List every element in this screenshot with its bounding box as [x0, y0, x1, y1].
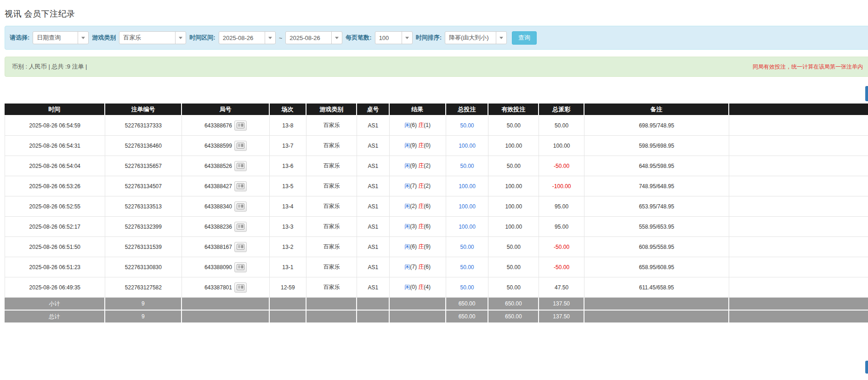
valid-bet-note-text: 同局有效投注，统一计算在该局第一张注单内 — [753, 63, 863, 71]
table-row: 2025-08-26 06:53:26522763134507643388427… — [5, 176, 868, 196]
page-size-label: 每页笔数: — [346, 34, 371, 42]
cards-preview-icon[interactable] — [234, 222, 247, 232]
player-result-label: 闲 — [404, 142, 410, 149]
player-score: (2) — [410, 203, 418, 209]
query-button[interactable]: 查询 — [512, 31, 537, 45]
cards-preview-icon[interactable] — [234, 121, 247, 131]
cell-bet-number: 522763133513 — [105, 196, 182, 217]
cell-time: 2025-08-26 06:54:59 — [5, 115, 105, 136]
cell-game-type: 百家乐 — [306, 257, 357, 277]
bet-amount-link[interactable]: 100.00 — [459, 183, 476, 190]
date-range-separator: ~ — [279, 35, 283, 41]
cell-filler — [729, 176, 868, 196]
date-from-select[interactable]: 2025-08-26 — [219, 31, 276, 44]
banker-result-label: 庄 — [418, 183, 424, 189]
game-number-text: 643388236 — [204, 224, 232, 230]
table-head: 时间注单编号局号场次游戏类别桌号结果总投注有效投注总派彩备注 — [5, 104, 868, 115]
pagination-button-bottom[interactable] — [865, 361, 868, 374]
cell-filler — [729, 277, 868, 298]
game-number-text: 643388599 — [204, 143, 232, 149]
cell-result: 闲(2) 庄(6) — [390, 196, 446, 217]
column-header: 有效投注 — [488, 104, 539, 115]
column-header: 场次 — [270, 104, 306, 115]
banker-result-label: 庄 — [418, 223, 424, 230]
cards-preview-icon[interactable] — [234, 202, 247, 212]
bet-amount-link[interactable]: 100.00 — [459, 143, 476, 149]
cell-filler — [729, 115, 868, 136]
cell-payout: 95.00 — [539, 217, 584, 237]
column-header: 备注 — [584, 104, 729, 115]
cell-game-type: 百家乐 — [306, 196, 357, 217]
subtotal-row-cell-3 — [270, 298, 306, 311]
cards-preview-icon[interactable] — [234, 181, 247, 191]
cell-time: 2025-08-26 06:49:35 — [5, 277, 105, 298]
banker-score: (4) — [424, 284, 431, 290]
sort-order-select[interactable]: 降幂(由大到小) — [445, 31, 507, 44]
cell-result: 闲(6) 庄(1) — [390, 115, 446, 136]
cell-round: 13-1 — [270, 257, 306, 277]
chevron-down-icon — [175, 32, 186, 44]
table-row: 2025-08-26 06:54:31522763136460643388599… — [5, 136, 868, 156]
game-type-select[interactable]: 百家乐 — [119, 31, 186, 44]
cell-result: 闲(0) 庄(4) — [390, 277, 446, 298]
pagination-button-top[interactable] — [865, 86, 868, 101]
banker-score: (6) — [424, 203, 431, 209]
cards-preview-icon[interactable] — [234, 242, 247, 252]
player-score: (7) — [410, 183, 418, 189]
cell-valid-bet: 50.00 — [488, 257, 539, 277]
player-score: (6) — [410, 243, 418, 250]
banker-score: (2) — [424, 162, 431, 169]
cell-valid-bet: 100.00 — [488, 196, 539, 217]
cell-bet-number: 522763137333 — [105, 115, 182, 136]
banker-score: (6) — [424, 223, 431, 230]
game-type-value: 百家乐 — [119, 34, 175, 42]
banker-score: (9) — [424, 243, 431, 250]
bet-amount-link[interactable]: 50.00 — [460, 163, 474, 169]
bet-amount-link[interactable]: 100.00 — [459, 224, 476, 230]
cell-game-type: 百家乐 — [306, 136, 357, 156]
banker-result-label: 庄 — [418, 203, 424, 209]
cell-bet-number: 522763131539 — [105, 237, 182, 257]
cell-game-type: 百家乐 — [306, 176, 357, 196]
player-score: (9) — [410, 162, 418, 169]
cell-game-type: 百家乐 — [306, 277, 357, 298]
cell-payout: 47.50 — [539, 277, 584, 298]
player-score: (6) — [410, 122, 418, 128]
cell-result: 闲(7) 庄(2) — [390, 176, 446, 196]
cell-payout: -50.00 — [539, 257, 584, 277]
bet-amount-link[interactable]: 50.00 — [460, 264, 474, 271]
banker-result-label: 庄 — [418, 162, 424, 169]
table-row: 2025-08-26 06:54:04522763135657643388526… — [5, 156, 868, 176]
cards-preview-icon[interactable] — [234, 161, 247, 171]
bet-amount-link[interactable]: 50.00 — [460, 244, 474, 250]
game-number-text: 643388167 — [204, 244, 232, 250]
player-score: (3) — [410, 223, 418, 230]
cell-result: 闲(6) 庄(9) — [390, 237, 446, 257]
column-header: 局号 — [182, 104, 270, 115]
cards-preview-icon[interactable] — [234, 262, 247, 272]
cell-payout: -100.00 — [539, 176, 584, 196]
cell-round: 13-2 — [270, 237, 306, 257]
cards-preview-icon[interactable] — [234, 282, 247, 293]
cell-time: 2025-08-26 06:53:26 — [5, 176, 105, 196]
cell-table-number: AS1 — [357, 257, 389, 277]
game-number-text: 643388526 — [204, 163, 232, 169]
date-to-select[interactable]: 2025-08-26 — [285, 31, 342, 44]
bet-amount-link[interactable]: 50.00 — [460, 122, 474, 129]
page-size-value: 100 — [375, 35, 402, 41]
table-row: 2025-08-26 06:51:50522763131539643388167… — [5, 237, 868, 257]
table-row: 2025-08-26 06:52:17522763132399643388236… — [5, 217, 868, 237]
chevron-down-icon — [78, 32, 88, 44]
bet-amount-link[interactable]: 100.00 — [459, 203, 476, 210]
cards-preview-icon[interactable] — [234, 141, 247, 151]
game-number-text: 643388090 — [204, 264, 232, 271]
date-from-value: 2025-08-26 — [219, 35, 265, 41]
page-size-select[interactable]: 100 — [375, 31, 413, 44]
query-type-select[interactable]: 日期查询 — [33, 31, 89, 44]
banker-result-label: 庄 — [418, 243, 424, 250]
cell-payout: 100.00 — [539, 136, 584, 156]
bet-amount-link[interactable]: 50.00 — [460, 284, 474, 291]
select-type-label: 请选择: — [10, 34, 29, 42]
player-result-label: 闲 — [404, 223, 410, 230]
table-row: 2025-08-26 06:52:55522763133513643388340… — [5, 196, 868, 217]
